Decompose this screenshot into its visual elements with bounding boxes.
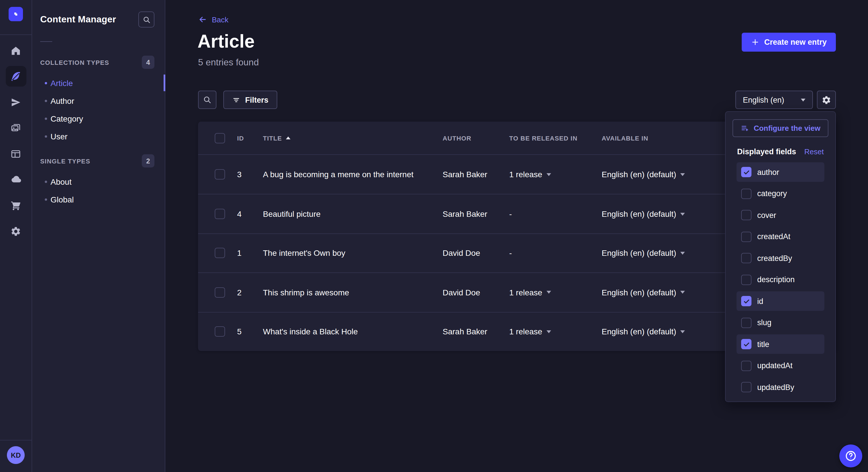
row-checkbox[interactable] — [215, 248, 225, 258]
content-manager-sidebar: Content Manager COLLECTION TYPES 4 Artic… — [32, 0, 165, 472]
nav-releases[interactable] — [5, 92, 26, 112]
help-button[interactable] — [839, 444, 862, 467]
filters-button[interactable]: Filters — [223, 91, 277, 109]
sidebar-item-user[interactable]: User — [32, 127, 165, 145]
gear-icon — [10, 226, 21, 237]
field-option-author[interactable]: author — [737, 162, 825, 182]
bullet-icon — [45, 82, 47, 84]
field-option-description[interactable]: description — [737, 270, 825, 289]
search-icon — [203, 95, 212, 104]
chevron-down-icon — [546, 173, 551, 176]
cell-released-dropdown[interactable]: 1 release — [505, 170, 597, 179]
plus-icon — [751, 38, 760, 46]
nav-media-library[interactable] — [5, 117, 26, 138]
checkbox-checked[interactable] — [741, 296, 751, 306]
collection-types-list: Article Author Category User — [32, 74, 165, 145]
main-nav-rail: KD — [0, 0, 32, 472]
select-all-checkbox[interactable] — [215, 133, 225, 143]
sidebar-item-label: About — [51, 177, 71, 186]
row-checkbox[interactable] — [215, 209, 225, 219]
cell-id: 3 — [232, 170, 258, 179]
sort-ascending-icon — [286, 136, 290, 139]
cell-author: Sarah Baker — [438, 209, 505, 218]
sidebar-item-label: User — [51, 132, 67, 141]
view-settings-button[interactable] — [817, 91, 836, 109]
checkbox-checked[interactable] — [741, 167, 751, 177]
bullet-icon — [45, 198, 47, 200]
back-label: Back — [212, 15, 228, 24]
configure-list-icon — [741, 124, 749, 133]
checkbox-unchecked[interactable] — [741, 361, 751, 371]
filters-label: Filters — [245, 96, 268, 104]
sidebar-item-about[interactable]: About — [32, 173, 165, 191]
cell-released-dropdown[interactable]: 1 release — [505, 288, 597, 297]
field-option-updatedBy[interactable]: updatedBy — [737, 377, 825, 397]
checkbox-unchecked[interactable] — [741, 382, 751, 392]
available-value: English (en) (default) — [601, 209, 676, 218]
released-value: - — [509, 248, 512, 258]
field-option-title[interactable]: title — [737, 334, 825, 354]
bullet-icon — [45, 180, 47, 183]
checkbox-unchecked[interactable] — [741, 189, 751, 199]
sidebar-divider — [40, 41, 52, 42]
sidebar-item-category[interactable]: Category — [32, 109, 165, 127]
checkbox-unchecked[interactable] — [741, 253, 751, 263]
field-option-updatedAt[interactable]: updatedAt — [737, 356, 825, 375]
field-option-createdAt[interactable]: createdAt — [737, 227, 825, 246]
locale-value: English (en) — [743, 96, 784, 104]
sidebar-item-article[interactable]: Article — [32, 74, 165, 92]
column-header-title-label: TITLE — [263, 134, 282, 141]
column-header-title[interactable]: TITLE — [258, 134, 438, 141]
field-option-slug[interactable]: slug — [737, 313, 825, 332]
question-mark-icon — [844, 450, 857, 462]
sidebar-item-global[interactable]: Global — [32, 191, 165, 208]
sidebar-header: Content Manager — [32, 0, 165, 28]
reset-link[interactable]: Reset — [804, 147, 824, 156]
nav-marketplace[interactable] — [5, 195, 26, 216]
nav-content-type-builder[interactable] — [5, 143, 26, 164]
nav-deploy[interactable] — [5, 169, 26, 190]
column-header-id[interactable]: ID — [232, 134, 258, 141]
layout-icon — [10, 148, 21, 159]
locale-select[interactable]: English (en) — [735, 91, 813, 109]
nav-home[interactable] — [5, 40, 26, 61]
checkbox-checked[interactable] — [741, 339, 751, 349]
chevron-down-icon — [680, 330, 685, 333]
field-option-category[interactable]: category — [737, 184, 825, 203]
nav-content-manager[interactable] — [5, 66, 26, 87]
cell-released-dropdown[interactable]: 1 release — [505, 327, 597, 336]
page-title: Article — [197, 31, 255, 52]
column-header-author[interactable]: AUTHOR — [438, 134, 505, 141]
collection-types-header: COLLECTION TYPES 4 — [40, 56, 154, 69]
checkbox-unchecked[interactable] — [741, 274, 751, 285]
cell-id: 2 — [232, 288, 258, 297]
table-search-button[interactable] — [198, 91, 216, 109]
field-label: createdBy — [757, 254, 792, 262]
user-avatar[interactable]: KD — [7, 446, 25, 464]
row-checkbox[interactable] — [215, 169, 225, 179]
create-new-entry-button[interactable]: Create new entry — [742, 33, 836, 52]
create-button-label: Create new entry — [764, 38, 827, 46]
sidebar-item-author[interactable]: Author — [32, 92, 165, 109]
checkbox-unchecked[interactable] — [741, 317, 751, 328]
column-header-released[interactable]: TO BE RELEASED IN — [505, 134, 597, 141]
field-label: updatedAt — [757, 361, 793, 370]
sidebar-search-button[interactable] — [138, 11, 154, 28]
back-link[interactable]: Back — [198, 15, 228, 24]
checkbox-unchecked[interactable] — [741, 231, 751, 242]
field-option-cover[interactable]: cover — [737, 205, 825, 225]
rail-bottom-divider — [0, 440, 32, 440]
configure-view-button[interactable]: Configure the view — [733, 119, 828, 137]
strapi-logo[interactable] — [9, 7, 23, 21]
row-checkbox[interactable] — [215, 327, 225, 337]
chevron-down-icon — [801, 98, 805, 101]
field-list: author category cover createdAt createdB… — [725, 162, 835, 397]
app-root: KD Content Manager COLLECTION TYPES 4 Ar… — [0, 0, 868, 472]
field-option-createdBy[interactable]: createdBy — [737, 248, 825, 268]
available-value: English (en) (default) — [601, 248, 676, 258]
field-option-id[interactable]: id — [737, 291, 825, 311]
row-checkbox[interactable] — [215, 287, 225, 298]
nav-settings[interactable] — [5, 221, 26, 241]
checkbox-unchecked[interactable] — [741, 210, 751, 220]
panel-header: Displayed fields Reset — [737, 147, 824, 156]
